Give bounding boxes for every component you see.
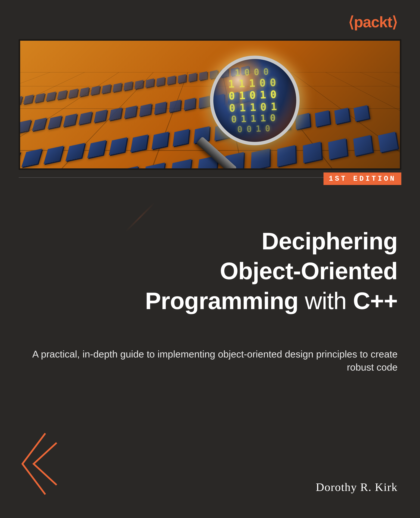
chevron-decoration-icon bbox=[19, 432, 60, 495]
magnifier-lens: 1000 11100 01010 01101 01110 0010 bbox=[210, 56, 300, 145]
book-subtitle: A practical, in-depth guide to implement… bbox=[19, 348, 401, 374]
title-line-3-part2: with bbox=[298, 287, 353, 314]
book-title: Deciphering Object-Oriented Programming … bbox=[19, 226, 398, 316]
hero-illustration: 1000 11100 01010 01101 01110 0010 bbox=[19, 39, 401, 170]
edition-badge: 1ST EDITION bbox=[323, 173, 401, 185]
title-block: Deciphering Object-Oriented Programming … bbox=[19, 226, 401, 316]
binary-code-overlay: 1000 11100 01010 01101 01110 0010 bbox=[212, 58, 298, 143]
book-cover: ⟨packt⟩ 1000 11100 01010 01101 01 bbox=[0, 0, 420, 518]
publisher-logo: ⟨packt⟩ bbox=[348, 13, 398, 31]
divider-line: 1ST EDITION bbox=[19, 177, 401, 178]
title-line-3-part1: Programming bbox=[145, 287, 298, 314]
title-line-1: Deciphering bbox=[262, 228, 398, 255]
title-line-2: Object-Oriented bbox=[220, 258, 398, 284]
magnifying-glass-icon: 1000 11100 01010 01101 01110 0010 bbox=[210, 56, 300, 145]
title-line-3-part3: C++ bbox=[353, 287, 398, 314]
author-name: Dorothy R. Kirk bbox=[316, 480, 398, 494]
